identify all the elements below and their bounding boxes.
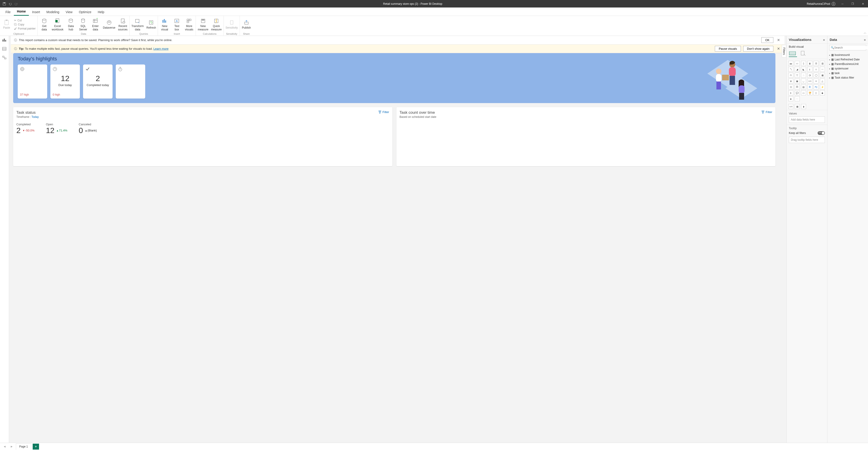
- collapse-pane-icon[interactable]: »: [864, 38, 866, 41]
- search-box[interactable]: 🔍: [829, 45, 866, 51]
- table-item[interactable]: ▸▦ParentBusinessUnit: [829, 62, 866, 66]
- report-canvas[interactable]: ⓘ This report contains a custom visual t…: [9, 36, 786, 443]
- line-column-icon[interactable]: ⫿: [807, 67, 812, 72]
- table-item[interactable]: ▸▦businessunit: [829, 53, 866, 57]
- table-item[interactable]: ▸▦systemuser: [829, 66, 866, 71]
- paginated-icon[interactable]: ▯: [813, 90, 818, 95]
- filters-pane-toggle[interactable]: Filters: [782, 45, 786, 57]
- kpi-icon[interactable]: △: [820, 79, 825, 84]
- user-account[interactable]: RetailAuroraCIPool: [805, 2, 837, 6]
- filter-button[interactable]: Filter: [378, 110, 389, 114]
- pause-visuals-button[interactable]: Pause visuals: [715, 46, 741, 52]
- dataverse-button[interactable]: Dataverse: [103, 19, 115, 29]
- build-fields-tab[interactable]: [789, 51, 797, 57]
- table-item[interactable]: ▸▦Task status filter: [829, 76, 866, 80]
- py-visual-icon[interactable]: Py: [813, 85, 818, 89]
- redo-icon[interactable]: [14, 2, 18, 6]
- powerapps-icon[interactable]: ◆: [820, 90, 825, 95]
- qa-icon[interactable]: 💬: [795, 90, 800, 95]
- highlight-card[interactable]: 2 Completed today: [83, 64, 113, 98]
- table-icon[interactable]: 田: [795, 85, 800, 89]
- gauge-icon[interactable]: ◡: [801, 79, 806, 84]
- custom3-icon[interactable]: ◗: [801, 104, 806, 109]
- waterfall-icon[interactable]: ⊓: [788, 73, 793, 78]
- copy-button[interactable]: ⿻Copy: [14, 23, 36, 27]
- collapse-pane-icon[interactable]: »: [823, 38, 825, 41]
- tab-modeling[interactable]: Modeling: [43, 8, 62, 16]
- funnel-icon[interactable]: ▽: [795, 73, 800, 78]
- tab-insert[interactable]: Insert: [29, 8, 43, 16]
- maximize-button[interactable]: ❐: [847, 0, 858, 7]
- values-dropzone[interactable]: Add data fields here: [789, 117, 825, 123]
- search-input[interactable]: [834, 46, 868, 49]
- highlight-card[interactable]: 37 high: [18, 64, 47, 98]
- banner2-close-button[interactable]: ✕: [776, 47, 781, 51]
- data-view-icon[interactable]: [2, 47, 7, 51]
- cut-button[interactable]: ✂Cut: [14, 19, 36, 23]
- tab-optimize[interactable]: Optimize: [75, 8, 94, 16]
- map-icon[interactable]: ⊕: [788, 79, 793, 84]
- slicer-icon[interactable]: ☷: [788, 85, 793, 89]
- tab-view[interactable]: View: [62, 8, 75, 16]
- close-button[interactable]: ✕: [858, 0, 868, 7]
- more-visuals-button[interactable]: More visuals: [184, 18, 194, 31]
- collapse-ribbon-button[interactable]: ︿: [864, 31, 867, 35]
- format-painter-button[interactable]: 🖌Format painter: [14, 27, 36, 31]
- narrative-icon[interactable]: ▭: [801, 90, 806, 95]
- sql-server-button[interactable]: SQL Server: [78, 18, 88, 31]
- tab-help[interactable]: Help: [95, 8, 107, 16]
- 100-stacked-column-icon[interactable]: ▥: [820, 61, 825, 66]
- goals-icon[interactable]: 🏆: [807, 90, 812, 95]
- ribbon-chart-icon[interactable]: 〰: [820, 67, 825, 72]
- learn-more-link[interactable]: Learn more: [153, 47, 168, 51]
- key-influencers-icon[interactable]: ⚡: [820, 85, 825, 89]
- save-icon[interactable]: [2, 2, 6, 6]
- highlights-visual[interactable]: Today's highlights 37 high 12 Due today …: [13, 53, 775, 103]
- clustered-bar-icon[interactable]: ▭: [795, 61, 800, 66]
- new-measure-button[interactable]: New measure: [198, 18, 208, 31]
- model-view-icon[interactable]: [2, 56, 7, 60]
- multikpi-icon[interactable]: 123: [788, 104, 793, 109]
- clustered-column-icon[interactable]: ▮: [807, 61, 812, 66]
- multirow-card-icon[interactable]: ≡: [813, 79, 818, 84]
- get-data-button[interactable]: Get data: [39, 18, 49, 31]
- pie-icon[interactable]: ◔: [807, 73, 812, 78]
- format-visual-tab[interactable]: [800, 51, 808, 57]
- r-visual-icon[interactable]: R: [807, 85, 812, 89]
- table-item[interactable]: ▸▦Last Refreshed Date: [829, 57, 866, 62]
- card-icon[interactable]: 123: [807, 79, 812, 84]
- area-chart-icon[interactable]: ◢: [795, 67, 800, 72]
- highlight-card[interactable]: [116, 64, 145, 98]
- text-box-button[interactable]: AText box: [172, 18, 182, 31]
- timeframe-link[interactable]: Today: [32, 115, 39, 119]
- dont-show-again-button[interactable]: Don't show again: [743, 46, 773, 52]
- report-view-icon[interactable]: [2, 38, 7, 42]
- matrix-icon[interactable]: ▤: [801, 85, 806, 89]
- stacked-bar-icon[interactable]: ▬: [788, 61, 793, 66]
- custom2-icon[interactable]: ▦: [795, 104, 800, 109]
- publish-button[interactable]: Publish: [242, 19, 251, 29]
- scatter-icon[interactable]: ∴: [801, 73, 806, 78]
- new-visual-button[interactable]: New visual: [160, 18, 169, 31]
- undo-icon[interactable]: [8, 2, 12, 6]
- task-count-visual[interactable]: Task count over time Based on scheduled …: [397, 107, 776, 166]
- tab-home[interactable]: Home: [14, 8, 29, 16]
- donut-icon[interactable]: ◯: [813, 73, 818, 78]
- task-status-visual[interactable]: Task status Timeframe : Today Filter Com…: [13, 107, 392, 166]
- data-hub-button[interactable]: Data hub: [66, 18, 75, 31]
- banner-ok-button[interactable]: OK: [761, 37, 773, 43]
- recent-sources-button[interactable]: Recent sources: [118, 18, 127, 31]
- keep-filters-toggle[interactable]: On: [817, 131, 825, 135]
- filter-button[interactable]: Filter: [761, 110, 772, 114]
- transform-data-button[interactable]: Transform data: [131, 18, 144, 31]
- refresh-button[interactable]: Refresh: [146, 19, 156, 29]
- tooltip-dropzone[interactable]: Drag tooltip fields here: [789, 137, 825, 143]
- line-clustered-icon[interactable]: ⫾: [813, 67, 818, 72]
- tab-file[interactable]: File: [2, 8, 14, 16]
- banner-close-button[interactable]: ✕: [776, 38, 781, 42]
- minimize-button[interactable]: ─: [837, 0, 847, 7]
- enter-data-button[interactable]: +Enter data: [91, 18, 100, 31]
- stacked-column-icon[interactable]: ▯: [801, 61, 806, 66]
- line-chart-icon[interactable]: 〽: [788, 67, 793, 72]
- table-item[interactable]: ▸▦task: [829, 71, 866, 76]
